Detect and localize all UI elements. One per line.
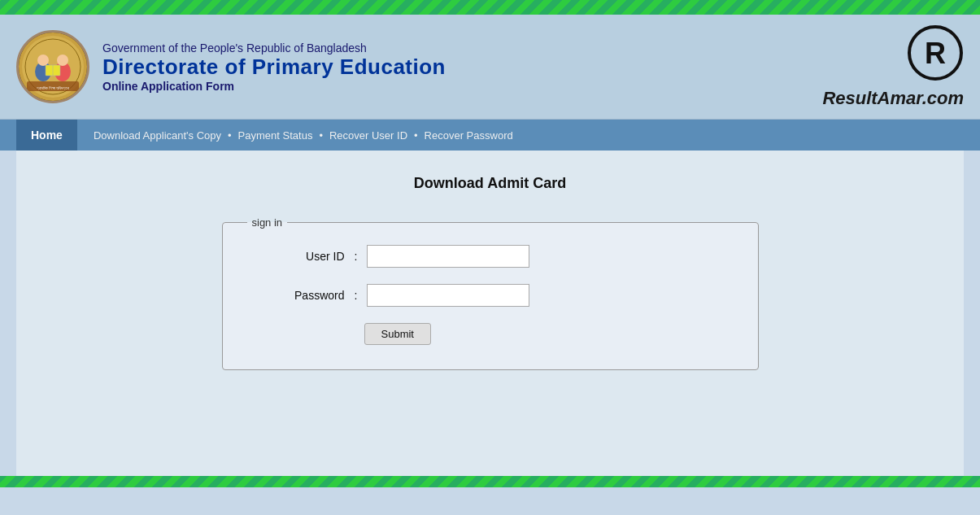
- nav-sep-3: •: [414, 129, 418, 142]
- brand-name: ResultAmar.com: [822, 88, 964, 109]
- header: প্রাথমিক শিক্ষা অধিদপ্তর Government of t…: [0, 15, 980, 120]
- gov-text: Government of the People's Republic of B…: [102, 41, 446, 55]
- password-row: Password :: [247, 284, 734, 307]
- password-label: Password: [280, 289, 345, 302]
- main-content: Download Admit Card sign in User ID : Pa…: [16, 151, 964, 476]
- header-right: R ResultAmar.com: [822, 24, 964, 109]
- nav-links: Download Applicant's Copy • Payment Stat…: [94, 129, 513, 142]
- logo: প্রাথমিক শিক্ষা অধিদপ্তর: [16, 30, 89, 103]
- signin-form: sign in User ID : Password : Submit: [222, 216, 759, 370]
- nav-download-copy[interactable]: Download Applicant's Copy: [94, 129, 221, 142]
- svg-text:R: R: [925, 37, 946, 70]
- page-title: Download Admit Card: [33, 175, 947, 192]
- nav-recover-userid[interactable]: Recover User ID: [329, 129, 407, 142]
- nav-payment-status[interactable]: Payment Status: [238, 129, 313, 142]
- nav-sep-2: •: [319, 129, 323, 142]
- signin-legend: sign in: [247, 216, 288, 229]
- form-type: Online Application Form: [102, 80, 446, 93]
- user-id-row: User ID :: [247, 245, 734, 268]
- nav-sep-1: •: [228, 129, 232, 142]
- svg-point-6: [57, 55, 68, 66]
- registered-icon: R: [822, 24, 964, 88]
- user-id-label: User ID: [280, 250, 345, 263]
- submit-row: Submit: [247, 323, 734, 345]
- nav-recover-password[interactable]: Recover Password: [425, 129, 513, 142]
- dept-name: Directorate of Primary Education: [102, 55, 446, 80]
- svg-point-4: [37, 55, 49, 66]
- password-input[interactable]: [367, 284, 529, 307]
- header-left: প্রাথমিক শিক্ষা অধিদপ্তর Government of t…: [16, 30, 446, 103]
- user-id-input[interactable]: [367, 245, 529, 268]
- top-stripe: [0, 0, 980, 15]
- svg-text:প্রাথমিক শিক্ষা অধিদপ্তর: প্রাথমিক শিক্ষা অধিদপ্তর: [37, 85, 70, 91]
- logo-svg: প্রাথমিক শিক্ষা অধিদপ্তর: [19, 33, 87, 101]
- password-colon: :: [355, 289, 358, 302]
- submit-button[interactable]: Submit: [364, 323, 431, 345]
- header-text: Government of the People's Republic of B…: [102, 41, 446, 93]
- bottom-stripe: [0, 476, 980, 487]
- nav-home[interactable]: Home: [16, 120, 77, 151]
- navbar: Home Download Applicant's Copy • Payment…: [0, 120, 980, 151]
- user-id-colon: :: [355, 250, 358, 263]
